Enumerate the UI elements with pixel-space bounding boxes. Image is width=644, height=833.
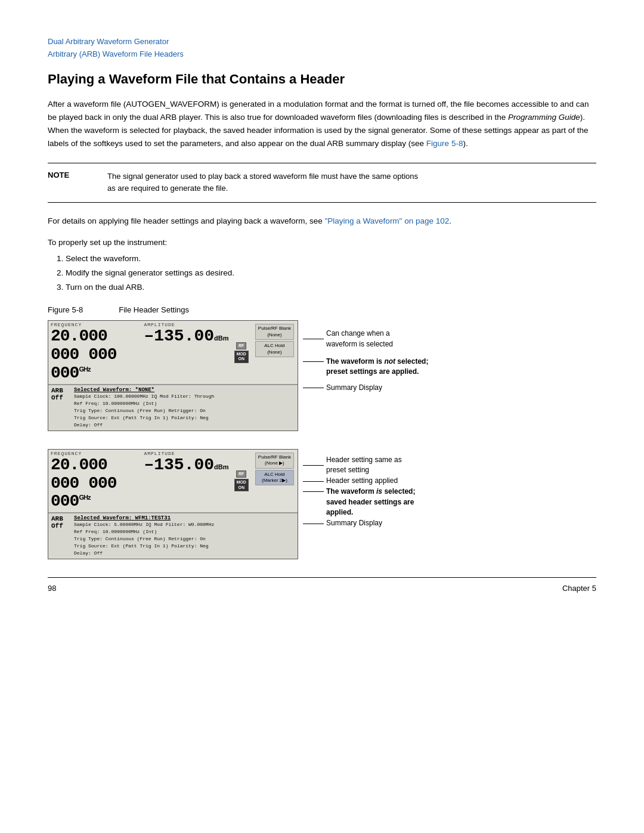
softkey-pulse-2[interactable]: Pulse/RF Blank(None ▶)	[255, 453, 294, 469]
note-text2: as are required to generate the file.	[107, 184, 228, 193]
note-text1: The signal generator used to play back a…	[107, 172, 418, 181]
footer: 98 Chapter 5	[48, 577, 596, 593]
amp-value-1: –135.00dBm	[144, 327, 228, 346]
breadcrumb-link-2[interactable]: Arbitrary (ARB) Waveform File Headers	[48, 48, 596, 61]
ann-text-2c: The waveform is selected;saved header se…	[324, 487, 415, 518]
ann-text-2a: Header setting same aspreset setting	[324, 455, 402, 476]
detail-line-1e: Delay: Off	[74, 422, 295, 429]
setup-text: To properly set up the instrument:	[48, 238, 596, 247]
ann-item-1c: Summary Display	[303, 383, 596, 393]
page-title: Playing a Waveform File that Contains a …	[48, 72, 596, 87]
arb-info-1: Selected Waveform: *NONE* Sample Clock: …	[74, 387, 295, 429]
figure-label: Figure 5-8 File Header Settings	[48, 305, 596, 314]
freq-value-2: 20.000 000 000 000GHz	[51, 456, 140, 511]
ann-text-1c: Summary Display	[324, 383, 382, 393]
amp-section-1: AMPLITUDE –135.00dBm	[144, 322, 228, 382]
annotations-2: Header setting same aspreset setting Hea…	[298, 449, 596, 532]
freq-value-1: 20.000 000 000 000GHz	[51, 327, 140, 382]
ann-line-1a	[303, 339, 324, 339]
softkey-alc-2[interactable]: ALC Hold(Marker 2▶)	[255, 470, 294, 486]
right-softkeys-1: Pulse/RF Blank(None) ALC Hold(None)	[254, 322, 295, 382]
ann-line-1c	[303, 388, 324, 388]
screen-2: FREQUENCY 20.000 000 000 000GHz AMPLITUD…	[48, 449, 298, 559]
detail-link-paragraph: For details on applying file header sett…	[48, 215, 596, 228]
diagram-2: FREQUENCY 20.000 000 000 000GHz AMPLITUD…	[48, 449, 596, 559]
diagram-1: FREQUENCY 20.000 000 000 000GHz AMPLITUD…	[48, 320, 596, 431]
softkey-alc-1[interactable]: ALC Hold(None)	[255, 341, 294, 357]
body-paragraph: After a waveform file (AUTOGEN_WAVEFORM)…	[48, 98, 596, 151]
screen-1: FREQUENCY 20.000 000 000 000GHz AMPLITUD…	[48, 320, 298, 431]
ann-line-2a	[303, 465, 324, 466]
annotations-1: Can change when awaveform is selected Th…	[298, 320, 596, 398]
detail-line-1c: Trig Type: Continuous (Free Run) Retrigg…	[74, 407, 295, 414]
setup-section: To properly set up the instrument: Selec…	[48, 238, 596, 295]
screen-arb-2: ARBOff Selected Waveform: WFM1:TEST31 Sa…	[48, 513, 298, 559]
detail-line-2b: Ref Freq: 10.0000000MHz (Int)	[74, 528, 295, 535]
mod-btn-1: MODON	[234, 351, 249, 363]
detail-line-1b: Ref Freq: 10.0000000MHz (Int)	[74, 400, 295, 407]
ann-item-2b: Header setting applied	[303, 476, 596, 486]
arb-label-1: ARBOff	[51, 387, 69, 401]
figure-number: Figure 5-8	[48, 305, 83, 314]
screen-top-bar-1: FREQUENCY 20.000 000 000 000GHz AMPLITUD…	[48, 321, 298, 384]
note-content: The signal generator used to play back a…	[107, 171, 418, 196]
chapter-label: Chapter 5	[562, 584, 596, 593]
note-label: NOTE	[48, 171, 83, 196]
ann-text-2b: Header setting applied	[324, 476, 398, 486]
amp-section-2: AMPLITUDE –135.00dBm	[144, 451, 228, 511]
breadcrumb-link-1[interactable]: Dual Arbitrary Waveform Generator	[48, 36, 596, 48]
mod-btn-2: MODON	[234, 479, 249, 491]
step-3: Turn on the dual ARB.	[66, 280, 596, 295]
detail-line-2a: Sample Clock: 5.00000MHz IQ Mod Filter: …	[74, 521, 295, 528]
rf-buttons-2: RF MODON	[233, 451, 250, 511]
page-102-link[interactable]: "Playing a Waveform" on page 102	[325, 216, 450, 225]
ann-text-2d: Summary Display	[324, 518, 382, 528]
arb-info-2: Selected Waveform: WFM1:TEST31 Sample Cl…	[74, 515, 295, 557]
freq-section-1: FREQUENCY 20.000 000 000 000GHz	[51, 322, 140, 382]
right-softkeys-2: Pulse/RF Blank(None ▶) ALC Hold(Marker 2…	[254, 451, 295, 511]
ann-line-2c	[303, 491, 324, 492]
ann-item-2c: The waveform is selected;saved header se…	[303, 487, 596, 518]
step-1: Select the waveform.	[66, 252, 596, 266]
page-number: 98	[48, 584, 56, 593]
rf-btn-1: RF	[236, 342, 246, 349]
ann-text-1b: The waveform is not selected;preset sett…	[324, 357, 428, 377]
detail-line-2c: Trig Type: Continuous (Free Run) Retrigg…	[74, 535, 295, 543]
detail-line-1d: Trig Source: Ext (Patt Trig In 1) Polari…	[74, 414, 295, 422]
freq-section-2: FREQUENCY 20.000 000 000 000GHz	[51, 451, 140, 511]
arb-label-2: ARBOff	[51, 515, 69, 529]
note-box: NOTE The signal generator used to play b…	[48, 163, 596, 203]
softkey-pulse-1[interactable]: Pulse/RF Blank(None)	[255, 324, 294, 340]
ann-item-2a: Header setting same aspreset setting	[303, 455, 596, 476]
ann-line-1b	[303, 361, 324, 362]
screen-top-bar-2: FREQUENCY 20.000 000 000 000GHz AMPLITUD…	[48, 450, 298, 513]
figure-caption: File Header Settings	[119, 305, 189, 314]
ann-item-1b: The waveform is not selected;preset sett…	[303, 357, 596, 377]
screen-arb-1: ARBOff Selected Waveform: *NONE* Sample …	[48, 385, 298, 431]
ann-item-2d: Summary Display	[303, 518, 596, 528]
ann-item-1a: Can change when awaveform is selected	[303, 329, 596, 349]
selected-waveform-2: Selected Waveform: WFM1:TEST31	[74, 515, 295, 521]
rf-btn-2: RF	[236, 470, 246, 478]
detail-line-1a: Sample Clock: 100.00000MHz IQ Mod Filter…	[74, 393, 295, 400]
detail-line-2d: Trig Source: Ext (Patt Trig In 1) Polari…	[74, 543, 295, 550]
detail-line-2e: Delay: Off	[74, 550, 295, 557]
rf-buttons-1: RF MODON	[233, 322, 250, 382]
ann-text-1a: Can change when awaveform is selected	[324, 329, 393, 349]
selected-waveform-1: Selected Waveform: *NONE*	[74, 387, 295, 393]
amp-value-2: –135.00dBm	[144, 456, 228, 475]
ann-line-2b	[303, 481, 324, 482]
breadcrumb: Dual Arbitrary Waveform Generator Arbitr…	[48, 36, 596, 61]
steps-list: Select the waveform. Modify the signal g…	[66, 252, 596, 295]
step-2: Modify the signal generator settings as …	[66, 266, 596, 280]
ann-line-2d	[303, 524, 324, 524]
